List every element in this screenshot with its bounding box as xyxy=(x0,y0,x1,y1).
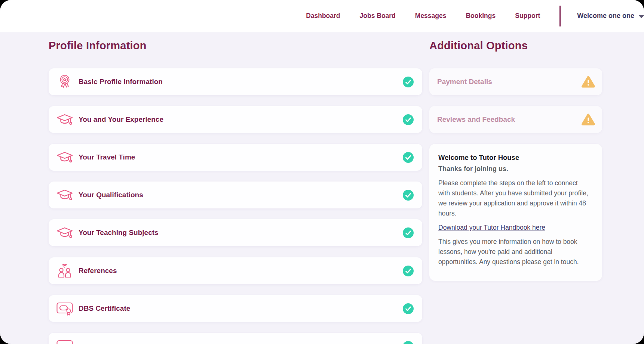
profile-step-label: DBS Certificate xyxy=(79,304,403,313)
graduation-cap-icon xyxy=(56,113,73,126)
warning-triangle-icon xyxy=(581,113,595,126)
check-circle-icon xyxy=(403,303,414,314)
check-circle-icon xyxy=(403,266,414,276)
graduation-cap-icon xyxy=(56,226,73,239)
check-circle-icon xyxy=(403,77,414,87)
profile-step-teaching-subjects[interactable]: Your Teaching Subjects xyxy=(49,219,422,246)
profile-section-title: Profile Information xyxy=(49,40,147,52)
people-signal-icon xyxy=(56,264,73,278)
option-reviews-feedback[interactable]: Reviews and Feedback xyxy=(429,106,602,133)
check-circle-icon xyxy=(403,190,414,201)
option-label: Reviews and Feedback xyxy=(437,115,581,124)
profile-step-label: You and Your Experience xyxy=(79,115,403,124)
chevron-down-icon[interactable] xyxy=(639,15,644,18)
profile-step-travel-time[interactable]: Your Travel Time xyxy=(49,144,422,171)
partially-hidden-icon xyxy=(56,339,73,344)
nav-item-messages[interactable]: Messages xyxy=(415,12,447,20)
nav-divider xyxy=(559,6,561,27)
certificate-icon xyxy=(56,301,73,316)
check-circle-icon xyxy=(403,341,414,344)
check-circle-icon xyxy=(403,227,414,238)
profile-step-label: Basic Profile Information xyxy=(79,78,403,86)
welcome-card-body-1: Please complete the steps on the left to… xyxy=(438,178,589,219)
profile-step-basic-profile[interactable]: Basic Profile Information xyxy=(49,68,422,95)
nav-menu: Dashboard Jobs Board Messages Bookings S… xyxy=(306,0,644,32)
profile-step-label: Your Teaching Subjects xyxy=(79,229,403,237)
profile-step-references[interactable]: References xyxy=(49,257,422,284)
option-label: Payment Details xyxy=(437,78,581,86)
warning-triangle-icon xyxy=(581,75,595,88)
profile-step-experience[interactable]: You and Your Experience xyxy=(49,106,422,133)
welcome-card-body-2: This gives you more information on how t… xyxy=(438,237,589,267)
profile-step-label: Your Qualifications xyxy=(79,191,403,199)
tutor-handbook-link[interactable]: Download your Tutor Handbook here xyxy=(438,223,545,233)
welcome-card: Welcome to Tutor House Thanks for joinin… xyxy=(429,144,602,281)
graduation-cap-icon xyxy=(56,151,73,164)
nav-item-jobs-board[interactable]: Jobs Board xyxy=(360,12,396,20)
check-circle-icon xyxy=(403,114,414,125)
top-navigation-bar: Dashboard Jobs Board Messages Bookings S… xyxy=(0,0,644,32)
graduation-cap-icon xyxy=(56,189,73,201)
profile-step-qualifications[interactable]: Your Qualifications xyxy=(49,182,422,208)
welcome-card-subtitle: Thanks for joining us. xyxy=(438,165,589,173)
check-circle-icon xyxy=(403,152,414,163)
welcome-card-title: Welcome to Tutor House xyxy=(438,154,589,162)
additional-section-title: Additional Options xyxy=(429,40,528,52)
profile-step-label: References xyxy=(79,267,403,275)
profile-step-label: Your Travel Time xyxy=(79,153,403,161)
rosette-badge-icon xyxy=(56,74,73,90)
option-payment-details[interactable]: Payment Details xyxy=(429,68,602,95)
profile-step-partially-hidden[interactable] xyxy=(49,333,422,344)
nav-item-support[interactable]: Support xyxy=(515,12,540,20)
user-greeting[interactable]: Welcome one one xyxy=(577,12,634,20)
nav-item-dashboard[interactable]: Dashboard xyxy=(306,12,340,20)
nav-item-bookings[interactable]: Bookings xyxy=(466,12,496,20)
profile-step-dbs-certificate[interactable]: DBS Certificate xyxy=(49,295,422,322)
app-window: Dashboard Jobs Board Messages Bookings S… xyxy=(0,0,644,344)
